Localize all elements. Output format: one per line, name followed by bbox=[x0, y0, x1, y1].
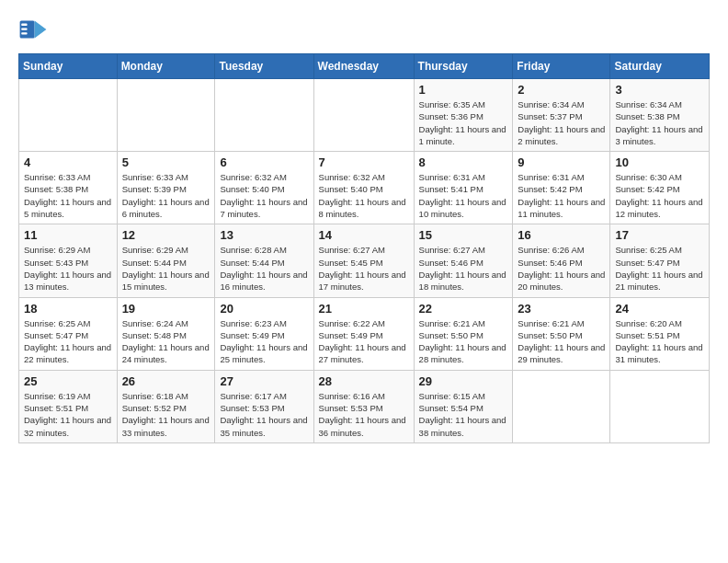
day-info: Sunrise: 6:35 AM Sunset: 5:36 PM Dayligh… bbox=[419, 98, 508, 147]
header bbox=[18, 15, 710, 44]
day-info: Sunrise: 6:24 AM Sunset: 5:48 PM Dayligh… bbox=[122, 317, 210, 366]
day-info: Sunrise: 6:32 AM Sunset: 5:40 PM Dayligh… bbox=[319, 171, 409, 220]
calendar-cell: 12Sunrise: 6:29 AM Sunset: 5:44 PM Dayli… bbox=[117, 224, 215, 297]
day-info: Sunrise: 6:21 AM Sunset: 5:50 PM Dayligh… bbox=[419, 317, 508, 366]
day-info: Sunrise: 6:19 AM Sunset: 5:51 PM Dayligh… bbox=[24, 390, 112, 439]
calendar-cell: 23Sunrise: 6:21 AM Sunset: 5:50 PM Dayli… bbox=[513, 297, 610, 370]
day-number: 26 bbox=[122, 374, 210, 388]
day-number: 13 bbox=[220, 228, 308, 242]
calendar-cell bbox=[313, 79, 414, 152]
calendar-cell bbox=[513, 370, 610, 442]
calendar-cell: 11Sunrise: 6:29 AM Sunset: 5:43 PM Dayli… bbox=[19, 224, 118, 297]
day-number: 15 bbox=[419, 228, 508, 242]
calendar-cell bbox=[215, 79, 313, 152]
calendar-cell: 18Sunrise: 6:25 AM Sunset: 5:47 PM Dayli… bbox=[19, 297, 118, 370]
calendar-cell: 15Sunrise: 6:27 AM Sunset: 5:46 PM Dayli… bbox=[414, 224, 513, 297]
calendar-week-2: 4Sunrise: 6:33 AM Sunset: 5:38 PM Daylig… bbox=[19, 152, 710, 224]
calendar-cell: 22Sunrise: 6:21 AM Sunset: 5:50 PM Dayli… bbox=[414, 297, 513, 370]
day-number: 19 bbox=[122, 302, 210, 316]
day-number: 5 bbox=[122, 155, 210, 169]
calendar-header-wednesday: Wednesday bbox=[313, 54, 414, 79]
calendar-cell: 19Sunrise: 6:24 AM Sunset: 5:48 PM Dayli… bbox=[117, 297, 215, 370]
svg-marker-1 bbox=[35, 20, 47, 38]
day-info: Sunrise: 6:30 AM Sunset: 5:42 PM Dayligh… bbox=[615, 171, 704, 220]
logo-icon bbox=[18, 15, 48, 44]
day-info: Sunrise: 6:26 AM Sunset: 5:46 PM Dayligh… bbox=[518, 244, 605, 293]
day-info: Sunrise: 6:34 AM Sunset: 5:38 PM Dayligh… bbox=[615, 98, 704, 147]
day-number: 14 bbox=[319, 228, 409, 242]
calendar-cell: 17Sunrise: 6:25 AM Sunset: 5:47 PM Dayli… bbox=[610, 224, 710, 297]
svg-rect-3 bbox=[21, 28, 27, 29]
calendar-cell: 6Sunrise: 6:32 AM Sunset: 5:40 PM Daylig… bbox=[215, 152, 313, 224]
day-number: 24 bbox=[615, 302, 704, 316]
day-number: 7 bbox=[319, 155, 409, 169]
day-number: 10 bbox=[615, 155, 704, 169]
day-info: Sunrise: 6:17 AM Sunset: 5:53 PM Dayligh… bbox=[220, 390, 308, 439]
day-info: Sunrise: 6:18 AM Sunset: 5:52 PM Dayligh… bbox=[122, 390, 210, 439]
calendar-cell: 16Sunrise: 6:26 AM Sunset: 5:46 PM Dayli… bbox=[513, 224, 610, 297]
calendar-cell: 2Sunrise: 6:34 AM Sunset: 5:37 PM Daylig… bbox=[513, 79, 610, 152]
calendar-cell: 9Sunrise: 6:31 AM Sunset: 5:42 PM Daylig… bbox=[513, 152, 610, 224]
day-number: 4 bbox=[24, 155, 112, 169]
day-info: Sunrise: 6:33 AM Sunset: 5:38 PM Dayligh… bbox=[24, 171, 112, 220]
day-info: Sunrise: 6:31 AM Sunset: 5:41 PM Dayligh… bbox=[419, 171, 508, 220]
calendar-cell: 1Sunrise: 6:35 AM Sunset: 5:36 PM Daylig… bbox=[414, 79, 513, 152]
calendar-header-monday: Monday bbox=[117, 54, 215, 79]
day-number: 20 bbox=[220, 302, 308, 316]
day-number: 11 bbox=[24, 228, 112, 242]
day-number: 9 bbox=[518, 155, 605, 169]
calendar-cell: 26Sunrise: 6:18 AM Sunset: 5:52 PM Dayli… bbox=[117, 370, 215, 442]
calendar-cell bbox=[610, 370, 710, 442]
day-number: 8 bbox=[419, 155, 508, 169]
svg-rect-4 bbox=[21, 32, 27, 34]
calendar-cell: 5Sunrise: 6:33 AM Sunset: 5:39 PM Daylig… bbox=[117, 152, 215, 224]
day-info: Sunrise: 6:27 AM Sunset: 5:46 PM Dayligh… bbox=[419, 244, 508, 293]
day-number: 17 bbox=[615, 228, 704, 242]
calendar-header-sunday: Sunday bbox=[19, 54, 118, 79]
day-info: Sunrise: 6:32 AM Sunset: 5:40 PM Dayligh… bbox=[220, 171, 308, 220]
day-info: Sunrise: 6:34 AM Sunset: 5:37 PM Dayligh… bbox=[518, 98, 605, 147]
calendar-header-thursday: Thursday bbox=[414, 54, 513, 79]
day-number: 23 bbox=[518, 302, 605, 316]
day-info: Sunrise: 6:29 AM Sunset: 5:44 PM Dayligh… bbox=[122, 244, 210, 293]
calendar-cell: 3Sunrise: 6:34 AM Sunset: 5:38 PM Daylig… bbox=[610, 79, 710, 152]
day-number: 18 bbox=[24, 302, 112, 316]
day-number: 1 bbox=[419, 83, 508, 97]
calendar-cell: 7Sunrise: 6:32 AM Sunset: 5:40 PM Daylig… bbox=[313, 152, 414, 224]
day-number: 6 bbox=[220, 155, 308, 169]
calendar-cell: 8Sunrise: 6:31 AM Sunset: 5:41 PM Daylig… bbox=[414, 152, 513, 224]
calendar-header-row: SundayMondayTuesdayWednesdayThursdayFrid… bbox=[19, 54, 710, 79]
day-info: Sunrise: 6:28 AM Sunset: 5:44 PM Dayligh… bbox=[220, 244, 308, 293]
day-info: Sunrise: 6:33 AM Sunset: 5:39 PM Dayligh… bbox=[122, 171, 210, 220]
day-info: Sunrise: 6:25 AM Sunset: 5:47 PM Dayligh… bbox=[615, 244, 704, 293]
day-info: Sunrise: 6:29 AM Sunset: 5:43 PM Dayligh… bbox=[24, 244, 112, 293]
calendar-week-5: 25Sunrise: 6:19 AM Sunset: 5:51 PM Dayli… bbox=[19, 370, 710, 442]
day-info: Sunrise: 6:22 AM Sunset: 5:49 PM Dayligh… bbox=[319, 317, 409, 366]
day-info: Sunrise: 6:25 AM Sunset: 5:47 PM Dayligh… bbox=[24, 317, 112, 366]
day-number: 28 bbox=[319, 374, 409, 388]
day-info: Sunrise: 6:23 AM Sunset: 5:49 PM Dayligh… bbox=[220, 317, 308, 366]
calendar-cell: 25Sunrise: 6:19 AM Sunset: 5:51 PM Dayli… bbox=[19, 370, 118, 442]
day-number: 21 bbox=[319, 302, 409, 316]
calendar-week-3: 11Sunrise: 6:29 AM Sunset: 5:43 PM Dayli… bbox=[19, 224, 710, 297]
calendar-table: SundayMondayTuesdayWednesdayThursdayFrid… bbox=[18, 53, 710, 443]
day-number: 25 bbox=[24, 374, 112, 388]
day-info: Sunrise: 6:27 AM Sunset: 5:45 PM Dayligh… bbox=[319, 244, 409, 293]
day-info: Sunrise: 6:21 AM Sunset: 5:50 PM Dayligh… bbox=[518, 317, 605, 366]
day-info: Sunrise: 6:20 AM Sunset: 5:51 PM Dayligh… bbox=[615, 317, 704, 366]
day-info: Sunrise: 6:15 AM Sunset: 5:54 PM Dayligh… bbox=[419, 390, 508, 439]
page: SundayMondayTuesdayWednesdayThursdayFrid… bbox=[0, 0, 728, 563]
day-number: 29 bbox=[419, 374, 508, 388]
calendar-cell: 29Sunrise: 6:15 AM Sunset: 5:54 PM Dayli… bbox=[414, 370, 513, 442]
calendar-cell: 10Sunrise: 6:30 AM Sunset: 5:42 PM Dayli… bbox=[610, 152, 710, 224]
day-info: Sunrise: 6:31 AM Sunset: 5:42 PM Dayligh… bbox=[518, 171, 605, 220]
calendar-header-saturday: Saturday bbox=[610, 54, 710, 79]
calendar-cell: 14Sunrise: 6:27 AM Sunset: 5:45 PM Dayli… bbox=[313, 224, 414, 297]
logo bbox=[18, 15, 51, 44]
day-number: 2 bbox=[518, 83, 605, 97]
calendar-cell: 4Sunrise: 6:33 AM Sunset: 5:38 PM Daylig… bbox=[19, 152, 118, 224]
calendar-cell bbox=[19, 79, 118, 152]
calendar-cell: 20Sunrise: 6:23 AM Sunset: 5:49 PM Dayli… bbox=[215, 297, 313, 370]
calendar-cell: 28Sunrise: 6:16 AM Sunset: 5:53 PM Dayli… bbox=[313, 370, 414, 442]
calendar-cell: 21Sunrise: 6:22 AM Sunset: 5:49 PM Dayli… bbox=[313, 297, 414, 370]
